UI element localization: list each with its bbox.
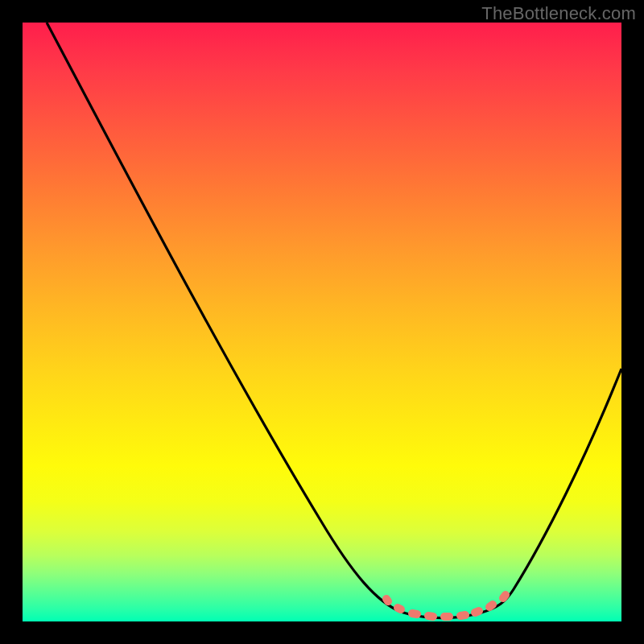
watermark-text: TheBottleneck.com — [481, 3, 636, 24]
curve-layer — [23, 23, 621, 621]
svg-line-6 — [475, 611, 479, 613]
svg-line-0 — [386, 599, 388, 601]
plot-area — [23, 23, 621, 621]
svg-line-5 — [460, 615, 465, 616]
chart-container: TheBottleneck.com — [0, 0, 644, 644]
svg-line-7 — [489, 605, 493, 607]
bottleneck-curve — [47, 23, 621, 618]
svg-line-8 — [503, 595, 506, 598]
svg-line-2 — [412, 613, 417, 614]
svg-line-3 — [428, 616, 433, 617]
svg-line-1 — [398, 608, 401, 609]
